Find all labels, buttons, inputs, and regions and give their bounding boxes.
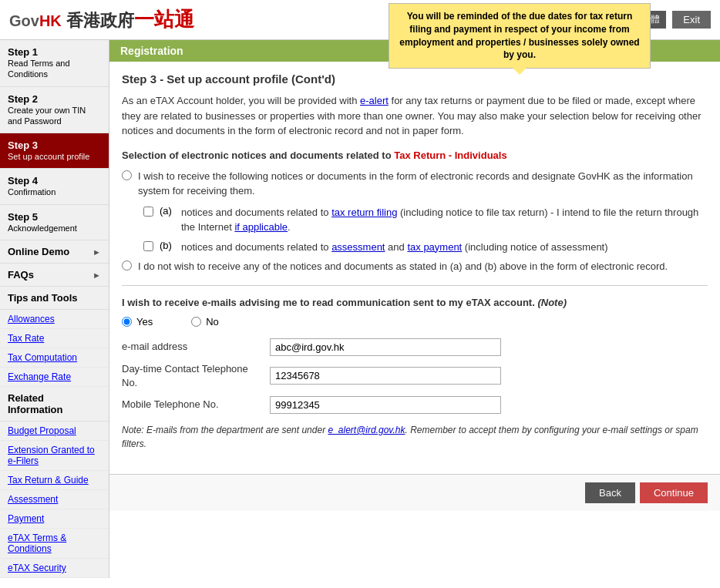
sub-b-label: (b)	[160, 240, 175, 251]
sub-option-a-row: (a) notices and documents related to tax…	[143, 205, 708, 235]
main-layout: Step 1 Read Terms and Conditions Step 2 …	[0, 40, 720, 578]
sidebar: Step 1 Read Terms and Conditions Step 2 …	[0, 40, 109, 578]
sidebar-tax-computation[interactable]: Tax Computation	[0, 348, 109, 368]
sub-option-b-row: (b) notices and documents related to ass…	[143, 240, 708, 255]
logo: GovHK 香港政府一站通	[9, 6, 194, 33]
no-radio[interactable]	[191, 317, 201, 327]
step-title: Step 3 - Set up account profile (Cont'd)	[122, 72, 708, 86]
selection-header: Selection of electronic notices and docu…	[122, 150, 708, 161]
bottom-buttons: Back Continue	[109, 474, 720, 511]
sub-a-text: notices and documents related to tax ret…	[181, 205, 708, 235]
sub-options: (a) notices and documents related to tax…	[143, 205, 708, 255]
exit-button[interactable]: Exit	[672, 11, 711, 29]
sidebar-related-info-header: Related Information	[0, 387, 109, 422]
sidebar-extension-efilers[interactable]: Extension Granted to e-Filers	[0, 441, 109, 471]
checkbox-sub-a[interactable]	[143, 207, 153, 217]
mobile-input[interactable]	[270, 396, 501, 414]
sidebar-faqs[interactable]: FAQs ►	[0, 264, 109, 287]
sidebar-exchange-rate[interactable]: Exchange Rate	[0, 368, 109, 387]
checkbox-sub-b[interactable]	[143, 241, 153, 251]
sidebar-budget-proposal[interactable]: Budget Proposal	[0, 422, 109, 441]
ealert-email-link[interactable]: e_alert@ird.gov.hk	[328, 425, 405, 435]
back-button[interactable]: Back	[585, 482, 635, 503]
header: GovHK 香港政府一站通 You will be reminded of th…	[0, 0, 720, 40]
sidebar-step4[interactable]: Step 4 Confirmation	[0, 169, 109, 204]
yes-radio[interactable]	[122, 317, 132, 327]
sidebar-allowances[interactable]: Allowances	[0, 310, 109, 329]
tax-return-filing-link[interactable]: tax return filing	[331, 207, 397, 218]
tax-payment-link[interactable]: tax payment	[407, 241, 462, 253]
sidebar-tax-rate[interactable]: Tax Rate	[0, 329, 109, 348]
yes-no-radio-row: Yes No	[122, 316, 708, 328]
e-alert-link[interactable]: e-alert	[360, 95, 389, 106]
sidebar-assessment[interactable]: Assessment	[0, 490, 109, 509]
sub-b-text: notices and documents related to assessm…	[181, 240, 608, 255]
email-row: e-mail address	[122, 338, 708, 356]
section-divider	[122, 285, 708, 286]
note-label: (Note)	[537, 297, 567, 308]
form-table: e-mail address Day-time Contact Telephon…	[122, 338, 708, 414]
tooltip-balloon: You will be reminded of the due dates fo…	[389, 3, 651, 69]
email-input[interactable]	[270, 338, 501, 356]
radio-option-1-row: I wish to receive the following notices …	[122, 169, 708, 199]
no-radio-label[interactable]: No	[191, 316, 219, 328]
radio-option-2-text: I do not wish to receive any of the noti…	[138, 259, 668, 274]
sidebar-tax-return-guide[interactable]: Tax Return & Guide	[0, 471, 109, 490]
content-body: Step 3 - Set up account profile (Cont'd)…	[109, 62, 720, 474]
online-demo-arrow-icon: ►	[93, 247, 101, 257]
sidebar-step2[interactable]: Step 2 Create your own TIN and Password	[0, 87, 109, 134]
radio-option-2[interactable]	[122, 260, 132, 270]
radio-option-2-row: I do not wish to receive any of the noti…	[122, 259, 708, 274]
sidebar-etax-security[interactable]: eTAX Security	[0, 559, 109, 578]
sidebar-step3[interactable]: Step 3 Set up account profile	[0, 133, 109, 169]
mobile-row: Mobile Telephone No.	[122, 396, 708, 414]
sidebar-step5[interactable]: Step 5 Acknowledgement	[0, 205, 109, 240]
continue-button[interactable]: Continue	[640, 482, 708, 503]
sub-a-label: (a)	[160, 205, 175, 217]
sidebar-payment[interactable]: Payment	[0, 509, 109, 529]
sidebar-etax-terms[interactable]: eTAX Terms & Conditions	[0, 529, 109, 559]
radio-option-1-text: I wish to receive the following notices …	[138, 169, 708, 199]
radio-option-1[interactable]	[122, 170, 132, 180]
sidebar-tips-tools-header: Tips and Tools	[0, 287, 109, 310]
mobile-label: Mobile Telephone No.	[122, 398, 261, 412]
content-area: Registration Step 3 - Set up account pro…	[109, 40, 720, 578]
assessment-link[interactable]: assessment	[331, 241, 385, 253]
daytime-input[interactable]	[270, 367, 501, 385]
daytime-label: Day-time Contact Telephone No.	[122, 362, 261, 390]
sidebar-online-demo[interactable]: Online Demo ►	[0, 240, 109, 264]
if-applicable-link[interactable]: if applicable	[234, 221, 288, 233]
email-label: e-mail address	[122, 340, 261, 354]
footer-note: Note: E-mails from the department are se…	[122, 423, 708, 451]
daytime-row: Day-time Contact Telephone No.	[122, 362, 708, 390]
faqs-arrow-icon: ►	[93, 270, 101, 280]
intro-paragraph: As an eTAX Account holder, you will be p…	[122, 93, 708, 139]
sidebar-step1[interactable]: Step 1 Read Terms and Conditions	[0, 40, 109, 87]
yes-radio-label[interactable]: Yes	[122, 316, 153, 328]
email-question: I wish to receive e-mails advising me to…	[122, 297, 708, 308]
